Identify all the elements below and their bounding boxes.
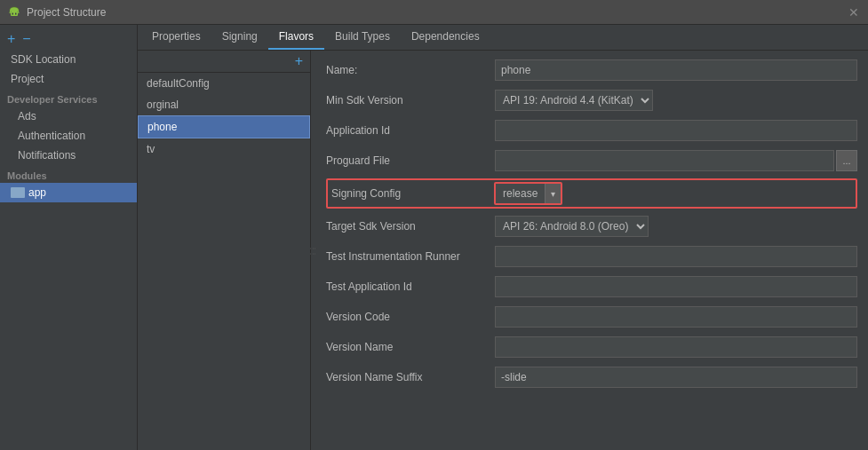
- tab-properties[interactable]: Properties: [141, 25, 211, 50]
- input-version-code[interactable]: [495, 306, 857, 328]
- tab-dependencies[interactable]: Dependencies: [401, 25, 490, 50]
- flavor-item-tv[interactable]: tv: [138, 138, 310, 160]
- label-version-code: Version Code: [326, 311, 495, 323]
- flavors-list: + defaultConfig orginal phone tv: [138, 51, 311, 450]
- add-flavor-button[interactable]: +: [295, 54, 303, 68]
- label-name: Name:: [326, 64, 495, 76]
- signing-config-value: release: [496, 186, 545, 201]
- remove-button[interactable]: −: [22, 32, 30, 46]
- select-target-sdk[interactable]: API 26: Android 8.0 (Oreo): [495, 216, 649, 237]
- form-row-min-sdk: Min Sdk Version API 19: Android 4.4 (Kit…: [326, 88, 857, 113]
- flavor-item-defaultconfig[interactable]: defaultConfig: [138, 73, 310, 94]
- label-min-sdk: Min Sdk Version: [326, 94, 495, 107]
- input-test-application-id[interactable]: [495, 276, 857, 297]
- input-test-instrumentation[interactable]: [495, 246, 857, 267]
- close-button[interactable]: ✕: [847, 5, 861, 20]
- form-row-name: Name:: [326, 58, 857, 83]
- label-version-name-suffix: Version Name Suffix: [326, 371, 495, 383]
- sidebar-section-modules: Modules: [0, 165, 137, 183]
- sidebar-actions: + −: [0, 28, 137, 50]
- title-bar: Project Structure ✕: [0, 0, 868, 25]
- sidebar-item-project[interactable]: Project: [0, 69, 137, 89]
- proguard-input-wrap: ...: [495, 150, 857, 171]
- tab-build-types[interactable]: Build Types: [324, 25, 401, 50]
- window-title: Project Structure: [27, 6, 106, 19]
- app-icon: [7, 5, 21, 20]
- input-version-name[interactable]: [495, 336, 857, 358]
- label-version-name: Version Name: [326, 341, 495, 353]
- min-sdk-select-wrap: API 19: Android 4.4 (KitKat): [495, 90, 653, 111]
- select-min-sdk[interactable]: API 19: Android 4.4 (KitKat): [495, 90, 653, 111]
- label-test-instrumentation: Test Instrumentation Runner: [326, 250, 495, 263]
- input-version-name-suffix[interactable]: [495, 367, 857, 388]
- form-row-proguard-file: Proguard File ...: [326, 148, 857, 173]
- sidebar-item-notifications[interactable]: Notifications: [0, 146, 137, 165]
- signing-select-wrap: release ▾: [494, 182, 562, 205]
- sidebar-item-ads[interactable]: Ads: [0, 107, 137, 126]
- browse-button[interactable]: ...: [836, 150, 857, 171]
- sidebar-item-sdk-location[interactable]: SDK Location: [0, 50, 137, 69]
- folder-icon: [11, 187, 25, 198]
- form-area: Name: Min Sdk Version API 19: Android 4.…: [315, 51, 868, 450]
- tabs-bar: Properties Signing Flavors Build Types D…: [138, 25, 868, 51]
- sidebar-item-app[interactable]: app: [0, 183, 137, 202]
- svg-rect-5: [15, 12, 17, 14]
- add-button[interactable]: +: [7, 32, 15, 46]
- input-application-id[interactable]: [495, 120, 857, 141]
- content-area: Properties Signing Flavors Build Types D…: [138, 25, 868, 450]
- label-application-id: Application Id: [326, 124, 495, 137]
- sidebar: + − SDK Location Project Developer Servi…: [0, 25, 138, 450]
- tab-signing[interactable]: Signing: [211, 25, 268, 50]
- input-name[interactable]: [495, 59, 857, 81]
- sidebar-item-authentication[interactable]: Authentication: [0, 126, 137, 146]
- label-target-sdk: Target Sdk Version: [326, 220, 495, 233]
- form-row-application-id: Application Id: [326, 118, 857, 143]
- form-row-version-name: Version Name: [326, 335, 857, 359]
- label-signing-config: Signing Config: [331, 187, 494, 200]
- flavors-layout: + defaultConfig orginal phone tv ⋮⋮ Name…: [138, 51, 868, 450]
- form-row-version-name-suffix: Version Name Suffix: [326, 365, 857, 390]
- flavors-list-header: +: [138, 51, 310, 73]
- sidebar-section-developer-services: Developer Services: [0, 89, 137, 107]
- input-proguard-file[interactable]: [495, 150, 834, 171]
- svg-rect-4: [12, 12, 14, 14]
- flavor-item-phone[interactable]: phone: [138, 115, 310, 138]
- form-row-signing-config: Signing Config release ▾: [326, 178, 857, 209]
- form-row-version-code: Version Code: [326, 304, 857, 329]
- form-row-test-instrumentation: Test Instrumentation Runner: [326, 244, 857, 269]
- signing-dropdown-button[interactable]: ▾: [545, 184, 561, 203]
- svg-rect-3: [11, 12, 18, 16]
- form-row-test-application-id: Test Application Id: [326, 274, 857, 299]
- form-row-target-sdk: Target Sdk Version API 26: Android 8.0 (…: [326, 214, 857, 239]
- tab-flavors[interactable]: Flavors: [268, 25, 324, 50]
- label-proguard-file: Proguard File: [326, 154, 495, 167]
- label-test-application-id: Test Application Id: [326, 280, 495, 293]
- target-sdk-select-wrap: API 26: Android 8.0 (Oreo): [495, 216, 649, 237]
- flavor-item-orginal[interactable]: orginal: [138, 94, 310, 115]
